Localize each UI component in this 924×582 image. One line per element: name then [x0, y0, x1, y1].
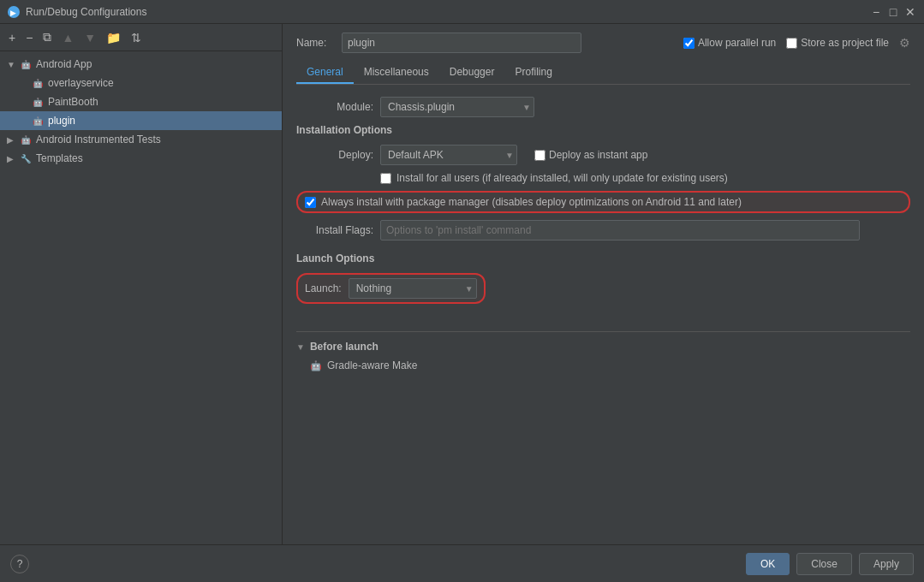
launch-label: Launch:	[305, 282, 342, 294]
tree-paintbooth[interactable]: 🤖 PaintBooth	[0, 92, 282, 111]
title-bar-left: ▶ Run/Debug Configurations	[7, 5, 146, 19]
install-all-users-label: Install for all users (if already instal…	[396, 172, 728, 184]
plugin-label: plugin	[48, 115, 75, 127]
title-bar: ▶ Run/Debug Configurations − □ ✕	[0, 0, 924, 24]
install-all-users-checkbox[interactable]	[380, 173, 391, 184]
store-project-checkbox[interactable]	[786, 38, 797, 49]
deploy-row: Deploy: Default APK APK from app bundle …	[296, 145, 910, 165]
module-select-wrapper: Chassis.plugin ▼	[380, 97, 534, 117]
android-icon: 🤖	[19, 57, 33, 71]
gear-icon[interactable]: ⚙	[899, 36, 910, 50]
instant-app-checkbox[interactable]	[534, 150, 545, 161]
tree-container: ▼ 🤖 Android App 🤖 overlayservice 🤖 Paint…	[0, 51, 282, 544]
instrumented-icon: 🤖	[19, 133, 33, 146]
name-label: Name:	[296, 37, 335, 49]
launch-circled: Launch: Nothing Default Activity Specifi…	[296, 273, 486, 304]
deploy-select[interactable]: Default APK APK from app bundle Nothing	[380, 145, 517, 165]
name-input[interactable]	[342, 33, 581, 53]
gradle-icon: 🤖	[310, 360, 322, 371]
allow-parallel-checkbox-label[interactable]: Allow parallel run	[683, 37, 776, 49]
always-install-checkbox[interactable]	[305, 197, 316, 208]
move-up-button[interactable]: ▲	[58, 29, 77, 46]
launch-section-title: Launch Options	[296, 252, 910, 264]
template-expand-arrow: ▶	[7, 154, 19, 163]
module-row: Module: Chassis.plugin ▼	[296, 97, 910, 117]
tabs: General Miscellaneous Debugger Profiling	[296, 62, 910, 85]
instant-app-checkbox-label[interactable]: Deploy as instant app	[534, 149, 647, 161]
deploy-label: Deploy:	[296, 149, 373, 161]
tree-overlayservice[interactable]: 🤖 overlayservice	[0, 74, 282, 92]
android-app-label: Android App	[36, 58, 92, 70]
close-button[interactable]: ✕	[903, 5, 917, 19]
module-select[interactable]: Chassis.plugin	[380, 97, 534, 117]
bottom-right-buttons: OK Close Apply	[746, 553, 914, 575]
install-flags-label: Install Flags:	[296, 224, 373, 236]
copy-config-button[interactable]: ⧉	[39, 28, 55, 46]
help-button[interactable]: ?	[10, 555, 29, 573]
folder-button[interactable]: 📁	[103, 29, 124, 46]
templates-label: Templates	[36, 152, 83, 164]
add-config-button[interactable]: +	[5, 29, 19, 46]
before-launch-title: Before launch	[310, 341, 379, 353]
sort-button[interactable]: ⇅	[128, 29, 145, 46]
before-launch-arrow: ▼	[296, 342, 305, 352]
right-options: Allow parallel run Store as project file…	[683, 36, 910, 50]
move-down-button[interactable]: ▼	[80, 29, 99, 46]
launch-select-wrapper: Nothing Default Activity Specified Activ…	[349, 278, 477, 299]
tree-templates[interactable]: ▶ 🔧 Templates	[0, 149, 282, 168]
ok-button[interactable]: OK	[746, 553, 790, 575]
gradle-label: Gradle-aware Make	[327, 359, 417, 371]
collapse-arrow: ▼	[7, 60, 19, 69]
tab-debugger[interactable]: Debugger	[439, 62, 505, 84]
close-dialog-button[interactable]: Close	[796, 553, 852, 575]
expand-arrow: ▶	[7, 135, 19, 145]
left-panel: + − ⧉ ▲ ▼ 📁 ⇅ ▼ 🤖 Android App 🤖 overlays…	[0, 24, 283, 544]
always-install-label: Always install with package manager (dis…	[321, 196, 742, 208]
tree-plugin[interactable]: 🤖 plugin	[0, 111, 282, 130]
install-flags-input[interactable]	[380, 220, 860, 241]
svg-text:▶: ▶	[10, 9, 16, 17]
content-area: Module: Chassis.plugin ▼ Installation Op…	[296, 97, 910, 536]
bottom-bar: ? OK Close Apply	[0, 544, 924, 582]
install-all-users-row: Install for all users (if already instal…	[380, 172, 910, 184]
tree-android-app[interactable]: ▼ 🤖 Android App	[0, 55, 282, 74]
tab-profiling[interactable]: Profiling	[504, 62, 562, 84]
overlay-icon: 🤖	[31, 76, 45, 90]
gradle-row: 🤖 Gradle-aware Make	[296, 359, 910, 371]
remove-config-button[interactable]: −	[22, 29, 36, 46]
launch-select[interactable]: Nothing Default Activity Specified Activ…	[349, 278, 477, 299]
title-bar-controls[interactable]: − □ ✕	[869, 5, 917, 19]
app-icon: ▶	[7, 5, 21, 19]
minimize-button[interactable]: −	[869, 5, 883, 19]
allow-parallel-label: Allow parallel run	[698, 37, 776, 49]
store-project-checkbox-label[interactable]: Store as project file	[786, 37, 889, 49]
overlay-label: overlayservice	[48, 77, 114, 89]
installation-section-title: Installation Options	[296, 124, 910, 136]
paintbooth-icon: 🤖	[31, 95, 45, 109]
tree-instrumented[interactable]: ▶ 🤖 Android Instrumented Tests	[0, 130, 282, 149]
window-title: Run/Debug Configurations	[26, 6, 146, 18]
templates-icon: 🔧	[19, 151, 33, 165]
module-label: Module:	[296, 101, 373, 113]
main-layout: + − ⧉ ▲ ▼ 📁 ⇅ ▼ 🤖 Android App 🤖 overlays…	[0, 24, 924, 544]
name-row: Name: Allow parallel run Store as projec…	[296, 33, 910, 53]
tab-general[interactable]: General	[296, 62, 354, 84]
paintbooth-label: PaintBooth	[48, 96, 98, 108]
plugin-icon: 🤖	[31, 114, 45, 128]
deploy-select-wrapper: Default APK APK from app bundle Nothing …	[380, 145, 517, 165]
launch-row: Launch: Nothing Default Activity Specifi…	[296, 273, 910, 314]
install-flags-row: Install Flags:	[296, 220, 910, 241]
maximize-button[interactable]: □	[886, 5, 900, 19]
right-panel: Name: Allow parallel run Store as projec…	[283, 24, 924, 544]
apply-button[interactable]: Apply	[859, 553, 914, 575]
before-launch-section: ▼ Before launch 🤖 Gradle-aware Make	[296, 331, 910, 371]
instrumented-label: Android Instrumented Tests	[36, 134, 161, 146]
always-install-row: Always install with package manager (dis…	[296, 191, 910, 213]
toolbar: + − ⧉ ▲ ▼ 📁 ⇅	[0, 24, 282, 51]
tab-miscellaneous[interactable]: Miscellaneous	[354, 62, 439, 84]
store-project-label: Store as project file	[801, 37, 889, 49]
before-launch-header[interactable]: ▼ Before launch	[296, 341, 910, 353]
allow-parallel-checkbox[interactable]	[683, 38, 694, 49]
instant-app-label: Deploy as instant app	[549, 149, 647, 161]
